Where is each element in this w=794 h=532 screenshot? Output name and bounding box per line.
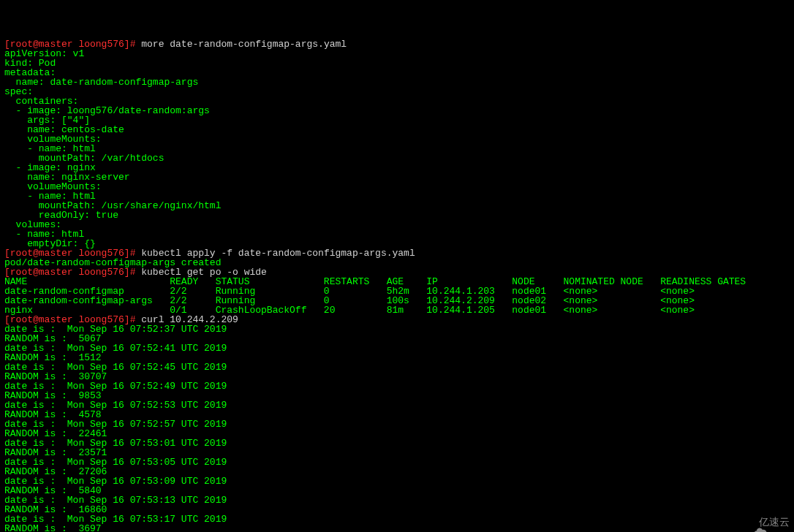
terminal-line: apiVersion: v1 xyxy=(4,49,790,58)
terminal-line: date is : Mon Sep 16 07:53:01 UTC 2019 xyxy=(4,438,790,448)
terminal-line: name: nginx-server xyxy=(4,172,790,182)
terminal-line: kind: Pod xyxy=(4,58,790,68)
output-line: RANDOM is : 3697 xyxy=(4,523,102,532)
terminal-line: - image: loong576/date-random:args xyxy=(4,106,790,115)
terminal-output[interactable]: [root@master loong576]# more date-random… xyxy=(4,39,790,532)
command-text: more date-random-configmap-args.yaml xyxy=(141,39,347,50)
terminal-line: date is : Mon Sep 16 07:52:53 UTC 2019 xyxy=(4,400,790,410)
terminal-line: volumeMounts: xyxy=(4,134,790,144)
cloud-icon xyxy=(741,514,756,529)
terminal-line: date is : Mon Sep 16 07:52:49 UTC 2019 xyxy=(4,381,790,391)
terminal-line: date is : Mon Sep 16 07:52:41 UTC 2019 xyxy=(4,343,790,353)
terminal-line: date is : Mon Sep 16 07:53:13 UTC 2019 xyxy=(4,495,790,505)
terminal-line: date is : Mon Sep 16 07:53:05 UTC 2019 xyxy=(4,457,790,467)
watermark-text: 亿速云 xyxy=(759,517,790,527)
terminal-line: date is : Mon Sep 16 07:52:37 UTC 2019 xyxy=(4,324,790,334)
terminal-line: mountPath: /var/htdocs xyxy=(4,153,790,163)
output-line: name: date-random-configmap-args xyxy=(4,77,198,88)
terminal-line: RANDOM is : 3697 xyxy=(4,524,790,532)
terminal-line: volumes: xyxy=(4,220,790,229)
terminal-line: mountPath: /usr/share/nginx/html xyxy=(4,201,790,210)
terminal-line: readOnly: true xyxy=(4,210,790,220)
terminal-line: date is : Mon Sep 16 07:52:45 UTC 2019 xyxy=(4,362,790,372)
watermark: 亿速云 xyxy=(741,514,790,529)
terminal-line: - name: html xyxy=(4,229,790,239)
terminal-line: spec: xyxy=(4,87,790,96)
terminal-line: name: centos-date xyxy=(4,125,790,134)
terminal-line: date is : Mon Sep 16 07:53:17 UTC 2019 xyxy=(4,514,790,524)
terminal-line: date is : Mon Sep 16 07:52:57 UTC 2019 xyxy=(4,419,790,429)
terminal-line: name: date-random-configmap-args xyxy=(4,77,790,87)
terminal-line: volumeMounts: xyxy=(4,182,790,191)
terminal-line: date is : Mon Sep 16 07:53:09 UTC 2019 xyxy=(4,476,790,486)
terminal-line: [root@master loong576]# more date-random… xyxy=(4,39,790,49)
